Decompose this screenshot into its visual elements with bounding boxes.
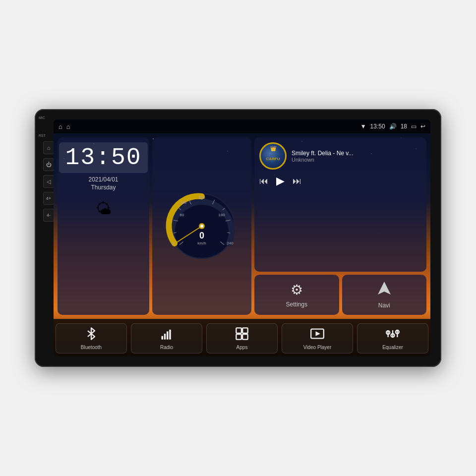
clock-date: 2021/04/01 bbox=[88, 176, 118, 183]
equalizer-label: Equalizer bbox=[382, 345, 403, 350]
svg-text:60: 60 bbox=[180, 213, 184, 217]
next-button[interactable]: ⏭ bbox=[293, 176, 301, 186]
navi-label: Navi bbox=[378, 302, 390, 309]
bottom-menu: Bluetooth Radio bbox=[54, 319, 430, 357]
svg-rect-30 bbox=[236, 334, 241, 340]
svg-text:0: 0 bbox=[173, 241, 175, 245]
volume-icon: 🔊 bbox=[389, 123, 397, 130]
svg-rect-29 bbox=[242, 328, 248, 333]
svg-point-20 bbox=[200, 225, 203, 228]
apps-label: Apps bbox=[237, 345, 248, 350]
svg-text:140: 140 bbox=[180, 201, 186, 204]
back-icon: ◁ bbox=[47, 178, 51, 185]
settings-label: Settings bbox=[286, 301, 307, 308]
settings-navi-row: ⚙ Settings Navi bbox=[254, 275, 426, 315]
reset-button[interactable]: ⏻ bbox=[43, 158, 54, 171]
apps-menu-item[interactable]: Apps bbox=[206, 323, 278, 354]
bluetooth-label: Bluetooth bbox=[81, 345, 102, 350]
video-player-menu-item[interactable]: Video Player bbox=[282, 323, 353, 354]
settings-icon: ⚙ bbox=[291, 282, 303, 298]
svg-text:120: 120 bbox=[198, 195, 205, 200]
svg-rect-24 bbox=[162, 336, 164, 340]
svg-rect-31 bbox=[242, 334, 248, 340]
video-player-label: Video Player bbox=[303, 345, 332, 350]
vol-down-button[interactable]: 4- bbox=[43, 209, 54, 222]
music-info: Smiley ft. Delia - Ne v... Unknown bbox=[292, 150, 421, 163]
equalizer-icon bbox=[386, 327, 400, 343]
vol-down-icon: 4- bbox=[47, 213, 51, 218]
status-left-icons: ⌂ ⌂ bbox=[59, 123, 70, 130]
radio-icon bbox=[160, 327, 174, 343]
equalizer-menu-item[interactable]: Equalizer bbox=[357, 323, 428, 354]
mic-label: MIC bbox=[39, 116, 45, 119]
vol-up-button[interactable]: 4+ bbox=[43, 192, 54, 205]
svg-text:km/h: km/h bbox=[197, 241, 206, 245]
weather-icon: 🌤 bbox=[96, 200, 112, 218]
home-status-icon: ⌂ bbox=[59, 123, 62, 130]
music-widget[interactable]: 👑 CARFU Smiley ft. Delia - Ne v... Unkno… bbox=[254, 137, 426, 272]
rst-label: RST bbox=[39, 134, 46, 137]
video-player-icon bbox=[310, 327, 324, 343]
battery-icon: ▭ bbox=[411, 123, 416, 130]
home2-status-icon: ⌂ bbox=[66, 123, 70, 130]
gauge-container: 0 60 120 140 180 240 0 bbox=[165, 189, 239, 263]
album-brand-label: CARFU bbox=[266, 157, 280, 161]
navi-widget[interactable]: Navi bbox=[342, 275, 427, 315]
clock-display: 13:50 bbox=[59, 142, 147, 173]
clock-widget: 13:50 2021/04/01 Thursday 🌤 bbox=[58, 137, 149, 315]
status-bar: ⌂ ⌂ ▼ 13:50 🔊 18 ▭ ↩ bbox=[54, 119, 430, 133]
back-button[interactable]: ◁ bbox=[43, 175, 54, 188]
navi-icon bbox=[377, 281, 392, 299]
status-volume: 18 bbox=[401, 123, 407, 130]
side-buttons-panel: ⌂ ⏻ ◁ 4+ 4- bbox=[42, 141, 54, 222]
car-head-unit: MIC RST ⌂ ⏻ ◁ 4+ 4- ⌂ ⌂ bbox=[35, 109, 441, 367]
svg-rect-28 bbox=[236, 328, 241, 333]
wifi-icon: ▼ bbox=[360, 123, 366, 130]
home-button[interactable]: ⌂ bbox=[43, 141, 54, 154]
crown-icon: 👑 bbox=[270, 146, 276, 151]
svg-marker-23 bbox=[378, 282, 391, 295]
status-time: 13:50 bbox=[370, 123, 385, 130]
speedometer-widget: 0 60 120 140 180 240 0 bbox=[152, 137, 251, 315]
radio-menu-item[interactable]: Radio bbox=[131, 323, 202, 354]
speedometer-svg: 0 60 120 140 180 240 0 bbox=[165, 189, 239, 263]
radio-label: Radio bbox=[160, 345, 173, 350]
right-column: 👑 CARFU Smiley ft. Delia - Ne v... Unkno… bbox=[254, 137, 426, 315]
home-icon: ⌂ bbox=[47, 145, 51, 151]
apps-icon bbox=[235, 327, 249, 343]
bluetooth-menu-item[interactable]: Bluetooth bbox=[56, 323, 127, 354]
svg-rect-25 bbox=[164, 334, 166, 340]
content-area: 13:50 2021/04/01 Thursday 🌤 bbox=[54, 133, 430, 357]
prev-button[interactable]: ⏮ bbox=[259, 176, 268, 186]
main-screen: ⌂ ⌂ ▼ 13:50 🔊 18 ▭ ↩ 13:50 2021/04/01 Th… bbox=[54, 119, 430, 357]
music-artist: Unknown bbox=[292, 157, 421, 163]
status-right-info: ▼ 13:50 🔊 18 ▭ ↩ bbox=[360, 123, 425, 130]
vol-up-icon: 4+ bbox=[46, 196, 51, 201]
album-art: 👑 CARFU bbox=[259, 142, 287, 170]
music-top-row: 👑 CARFU Smiley ft. Delia - Ne v... Unkno… bbox=[259, 142, 421, 170]
music-title: Smiley ft. Delia - Ne v... bbox=[292, 150, 421, 157]
back-status-icon: ↩ bbox=[420, 123, 425, 130]
svg-marker-33 bbox=[316, 331, 320, 336]
svg-text:240: 240 bbox=[227, 241, 234, 245]
power-icon: ⏻ bbox=[46, 162, 52, 168]
svg-text:180: 180 bbox=[218, 213, 225, 217]
music-controls: ⏮ ▶ ⏭ bbox=[259, 175, 421, 187]
settings-widget[interactable]: ⚙ Settings bbox=[254, 275, 339, 315]
svg-rect-27 bbox=[169, 330, 171, 340]
svg-rect-26 bbox=[167, 331, 169, 339]
top-widgets-row: 13:50 2021/04/01 Thursday 🌤 bbox=[54, 133, 430, 319]
play-button[interactable]: ▶ bbox=[276, 175, 285, 187]
clock-day: Thursday bbox=[91, 184, 116, 191]
svg-text:0: 0 bbox=[199, 231, 204, 240]
bluetooth-icon bbox=[84, 327, 98, 343]
